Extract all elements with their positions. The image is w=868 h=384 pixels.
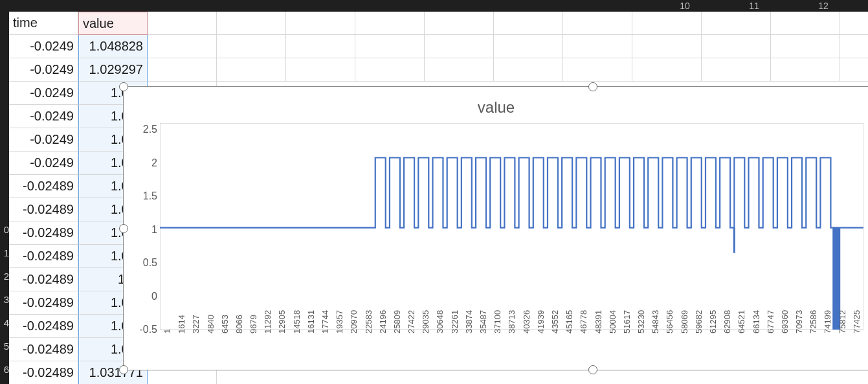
cell-K1[interactable] [702, 12, 771, 35]
chart-handle-n-icon[interactable] [588, 82, 597, 91]
row-head-11[interactable]: 1 [0, 248, 9, 258]
cell-M2[interactable] [840, 35, 868, 58]
row-headers-bar: 0 1 2 3 4 5 6 [0, 0, 9, 384]
y-tick-label: 1.5 [131, 190, 157, 202]
cell-C1[interactable] [148, 12, 217, 35]
cell-I2[interactable] [563, 35, 632, 58]
cell-A2[interactable]: -0.0249 [9, 35, 78, 58]
cell-A16[interactable]: -0.02489 [9, 361, 78, 384]
cell-A9[interactable]: -0.02489 [9, 198, 78, 221]
col-head-11[interactable]: 11 [741, 0, 767, 12]
svg-rect-0 [160, 123, 863, 330]
cell-A6[interactable]: -0.0249 [9, 128, 78, 152]
cell-D3[interactable] [217, 58, 286, 82]
cell-A1[interactable]: time [9, 12, 78, 35]
cell-B2[interactable]: 1.048828 [78, 35, 148, 58]
cell-A12[interactable]: -0.02489 [9, 268, 78, 291]
cell-B1-active[interactable]: value [78, 12, 148, 35]
row-head-13[interactable]: 3 [0, 295, 9, 304]
cell-J1[interactable] [632, 12, 702, 35]
cell-L1[interactable] [771, 12, 840, 35]
cell-I3[interactable] [563, 58, 632, 82]
cell-A3[interactable]: -0.0249 [9, 58, 78, 82]
y-tick-label: 2 [131, 157, 157, 169]
cell-B3[interactable]: 1.029297 [78, 58, 148, 82]
chart-object[interactable]: value -0.500.511.522.5116143227484064538… [123, 86, 868, 370]
cell-C3[interactable] [148, 58, 217, 82]
cell-G1[interactable] [425, 12, 494, 35]
row-head-14[interactable]: 4 [0, 318, 9, 328]
cell-A15[interactable]: -0.02489 [9, 338, 78, 361]
chart-plot-area[interactable] [160, 123, 863, 330]
cell-A5[interactable]: -0.0249 [9, 105, 78, 128]
y-tick-label: 0 [131, 291, 157, 302]
cell-F3[interactable] [355, 58, 425, 82]
cell-G3[interactable] [425, 58, 494, 82]
cell-H2[interactable] [494, 35, 563, 58]
cell-G2[interactable] [425, 35, 494, 58]
cell-E1[interactable] [286, 12, 355, 35]
row-head-16[interactable]: 6 [0, 365, 9, 374]
cell-A7[interactable]: -0.0249 [9, 152, 78, 175]
column-headers-bar: 10 11 12 [0, 0, 868, 12]
cell-K3[interactable] [702, 58, 771, 82]
chart-handle-nw-icon[interactable] [119, 82, 128, 91]
chart-svg [160, 123, 863, 330]
row-head-12[interactable]: 2 [0, 271, 9, 281]
col-head-12[interactable]: 12 [810, 0, 836, 12]
cell-K2[interactable] [702, 35, 771, 58]
cell-E3[interactable] [286, 58, 355, 82]
cell-H1[interactable] [494, 12, 563, 35]
y-tick-label: -0.5 [131, 324, 157, 335]
chart-handle-w-icon[interactable] [119, 224, 128, 233]
cell-C2[interactable] [148, 35, 217, 58]
cell-A10[interactable]: -0.02489 [9, 221, 78, 245]
cell-D2[interactable] [217, 35, 286, 58]
cell-A11[interactable]: -0.02489 [9, 245, 78, 268]
row-head-15[interactable]: 5 [0, 341, 9, 351]
col-head-10[interactable]: 10 [672, 0, 698, 12]
y-tick-label: 2.5 [131, 124, 157, 135]
cell-J2[interactable] [632, 35, 702, 58]
chart-title[interactable]: value [124, 98, 868, 117]
cell-A14[interactable]: -0.02489 [9, 315, 78, 338]
chart-handle-sw-icon[interactable] [119, 365, 128, 374]
y-tick-label: 0.5 [131, 257, 157, 269]
cell-D1[interactable] [217, 12, 286, 35]
cell-F1[interactable] [355, 12, 425, 35]
cell-F2[interactable] [355, 35, 425, 58]
y-tick-label: 1 [131, 224, 157, 236]
cell-J3[interactable] [632, 58, 702, 82]
row-head-10[interactable]: 0 [0, 225, 9, 234]
cell-M3[interactable] [840, 58, 868, 82]
cell-H3[interactable] [494, 58, 563, 82]
cell-L2[interactable] [771, 35, 840, 58]
cell-M1[interactable] [840, 12, 868, 35]
cell-A4[interactable]: -0.0249 [9, 82, 78, 105]
cell-E2[interactable] [286, 35, 355, 58]
cell-A13[interactable]: -0.02489 [9, 291, 78, 315]
cell-I1[interactable] [563, 12, 632, 35]
cell-A8[interactable]: -0.02489 [9, 175, 78, 198]
cell-L3[interactable] [771, 58, 840, 82]
